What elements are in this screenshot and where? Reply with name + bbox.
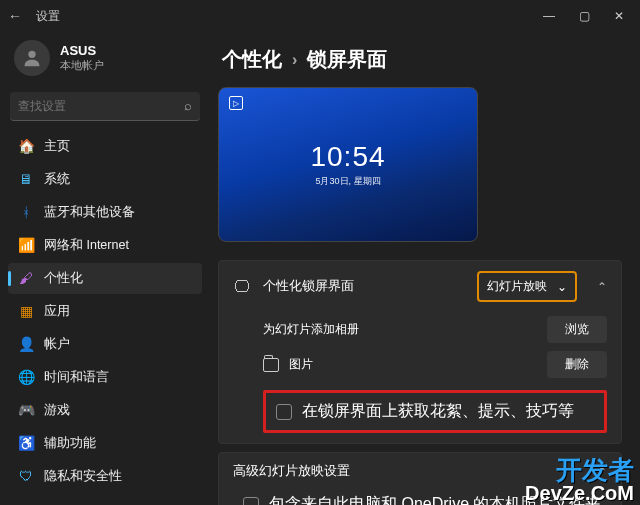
nav-icon: 🖌 <box>18 270 34 286</box>
delete-button[interactable]: 删除 <box>547 351 607 378</box>
nav-label: 隐私和安全性 <box>44 468 122 485</box>
sidebar-item[interactable]: 🎮游戏 <box>8 395 202 426</box>
nav-label: 游戏 <box>44 402 70 419</box>
profile-block[interactable]: ASUS 本地帐户 <box>8 36 202 86</box>
window-title: 设置 <box>36 8 60 25</box>
sidebar-item[interactable]: 🏠主页 <box>8 131 202 162</box>
collapse-icon[interactable]: ⌃ <box>597 280 607 294</box>
advanced-slideshow-panel: 高级幻灯片放映设置 ⌃ 包含来自此电脑和 OneDrive 的本机照片文件夹 仅… <box>218 452 622 505</box>
search-box[interactable]: ⌕ <box>10 92 200 121</box>
tips-label: 在锁屏界面上获取花絮、提示、技巧等 <box>302 401 574 422</box>
panel-header-row[interactable]: 🖵 个性化锁屏界面 幻灯片放映 ⌄ ⌃ <box>219 261 621 312</box>
profile-name: ASUS <box>60 43 104 58</box>
profile-account: 本地帐户 <box>60 58 104 73</box>
breadcrumb: 个性化 › 锁屏界面 <box>222 46 622 73</box>
sidebar-item[interactable]: ᚼ蓝牙和其他设备 <box>8 197 202 228</box>
sidebar-item[interactable]: 📶网络和 Internet <box>8 230 202 261</box>
nav-icon: 🎮 <box>18 402 34 418</box>
nav-icon: ▦ <box>18 303 34 319</box>
sidebar: ASUS 本地帐户 ⌕ 🏠主页🖥系统ᚼ蓝牙和其他设备📶网络和 Internet🖌… <box>0 32 210 505</box>
panel-label: 个性化锁屏界面 <box>263 278 465 295</box>
sidebar-item[interactable]: 🖥系统 <box>8 164 202 195</box>
titlebar: ← 设置 ― ▢ ✕ <box>0 0 640 32</box>
sidebar-item[interactable]: ▦应用 <box>8 296 202 327</box>
nav-icon: ᚼ <box>18 204 34 220</box>
folder-icon <box>263 358 279 372</box>
pictures-row: 图片 删除 <box>263 351 607 378</box>
include-onedrive-row[interactable]: 包含来自此电脑和 OneDrive 的本机照片文件夹 <box>243 494 607 505</box>
nav-icon: ♿ <box>18 435 34 451</box>
nav-label: 蓝牙和其他设备 <box>44 204 135 221</box>
search-icon: ⌕ <box>184 98 192 113</box>
monitor-icon: 🖵 <box>233 278 251 296</box>
search-input[interactable] <box>18 99 184 113</box>
browse-button[interactable]: 浏览 <box>547 316 607 343</box>
add-album-row: 为幻灯片添加相册 浏览 <box>263 316 607 343</box>
tips-checkbox[interactable] <box>276 404 292 420</box>
nav-label: 应用 <box>44 303 70 320</box>
minimize-button[interactable]: ― <box>543 9 555 23</box>
preview-time: 10:54 <box>310 141 385 173</box>
nav-icon: 🏠 <box>18 138 34 154</box>
close-button[interactable]: ✕ <box>614 9 624 23</box>
nav-label: 网络和 Internet <box>44 237 129 254</box>
personalize-lockscreen-panel: 🖵 个性化锁屏界面 幻灯片放映 ⌄ ⌃ 为幻灯片添加相册 浏览 图片 删除 <box>218 260 622 444</box>
chevron-down-icon: ⌄ <box>557 280 567 294</box>
nav-icon: 🖥 <box>18 171 34 187</box>
lockscreen-preview: ▷ 10:54 5月30日, 星期四 <box>218 87 478 242</box>
advanced-label: 高级幻灯片放映设置 <box>233 463 577 480</box>
include-onedrive-checkbox[interactable] <box>243 497 259 506</box>
nav-icon: 👤 <box>18 336 34 352</box>
advanced-header-row[interactable]: 高级幻灯片放映设置 ⌃ <box>219 453 621 490</box>
back-button[interactable]: ← <box>8 8 28 24</box>
nav-label: 时间和语言 <box>44 369 109 386</box>
chevron-right-icon: › <box>292 51 297 69</box>
avatar <box>14 40 50 76</box>
sidebar-item[interactable]: 🛡隐私和安全性 <box>8 461 202 492</box>
collapse-icon[interactable]: ⌃ <box>597 465 607 479</box>
preview-date: 5月30日, 星期四 <box>315 175 380 188</box>
lockscreen-type-dropdown[interactable]: 幻灯片放映 ⌄ <box>477 271 577 302</box>
nav-label: 主页 <box>44 138 70 155</box>
dropdown-value: 幻灯片放映 <box>487 278 547 295</box>
nav-icon: 🌐 <box>18 369 34 385</box>
nav-list: 🏠主页🖥系统ᚼ蓝牙和其他设备📶网络和 Internet🖌个性化▦应用👤帐户🌐时间… <box>8 131 202 497</box>
nav-icon: 📶 <box>18 237 34 253</box>
sidebar-item[interactable]: ♿辅助功能 <box>8 428 202 459</box>
main-content: 个性化 › 锁屏界面 ▷ 10:54 5月30日, 星期四 🖵 个性化锁屏界面 … <box>210 32 640 505</box>
sidebar-item[interactable]: 🖌个性化 <box>8 263 202 294</box>
nav-icon: 🛡 <box>18 468 34 484</box>
breadcrumb-parent[interactable]: 个性化 <box>222 46 282 73</box>
svg-point-0 <box>28 51 35 58</box>
nav-label: 帐户 <box>44 336 70 353</box>
sidebar-item[interactable]: 🔄Windows 更新 <box>8 494 202 497</box>
maximize-button[interactable]: ▢ <box>579 9 590 23</box>
nav-label: 辅助功能 <box>44 435 96 452</box>
window-controls: ― ▢ ✕ <box>543 9 632 23</box>
camera-icon: ▷ <box>229 96 243 110</box>
nav-label: 个性化 <box>44 270 83 287</box>
tips-checkbox-row[interactable]: 在锁屏界面上获取花絮、提示、技巧等 <box>263 390 607 433</box>
page-title: 锁屏界面 <box>307 46 387 73</box>
sidebar-item[interactable]: 👤帐户 <box>8 329 202 360</box>
nav-label: 系统 <box>44 171 70 188</box>
sidebar-item[interactable]: 🌐时间和语言 <box>8 362 202 393</box>
